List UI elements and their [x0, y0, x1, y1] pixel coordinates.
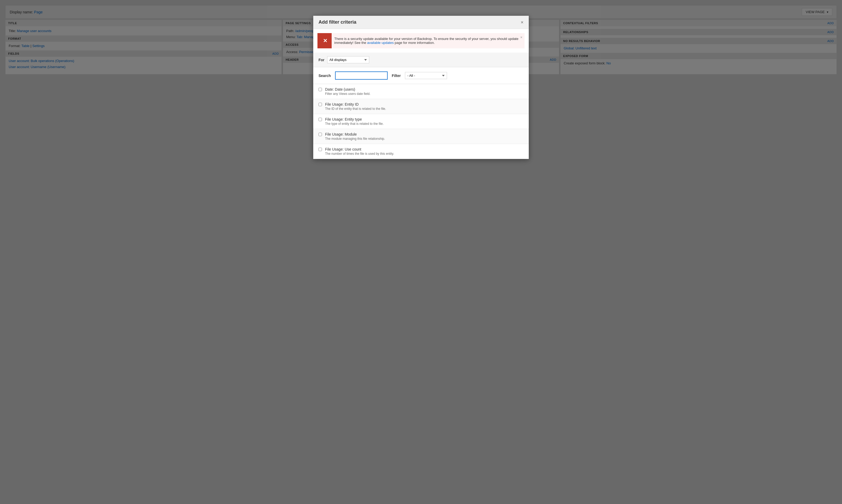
- search-filter-bar: Search Filter - All -: [313, 67, 529, 79]
- security-alert-icon: ✕: [319, 33, 332, 48]
- search-input[interactable]: [335, 71, 388, 79]
- filter-type-select[interactable]: - All -: [405, 72, 447, 79]
- modal-overlay: Add filter criteria × ✕ There is a secur…: [0, 0, 842, 79]
- modal-header: Add filter criteria ×: [313, 16, 529, 29]
- for-label: For: [319, 58, 325, 62]
- add-filter-criteria-modal: Add filter criteria × ✕ There is a secur…: [313, 16, 529, 79]
- search-label: Search: [319, 74, 331, 78]
- modal-close-button[interactable]: ×: [521, 20, 523, 25]
- available-updates-link[interactable]: available updates: [367, 41, 394, 45]
- modal-body: ✕ There is a security update available f…: [313, 29, 529, 79]
- filter-label: Filter: [392, 74, 401, 78]
- modal-title: Add filter criteria: [319, 19, 356, 25]
- filter-for-section: For All displays: [313, 53, 529, 67]
- for-select[interactable]: All displays: [327, 56, 369, 63]
- security-alert: ✕ There is a security update available f…: [318, 33, 524, 48]
- security-alert-text: There is a security update available for…: [334, 37, 521, 45]
- security-alert-after: page for more information.: [394, 41, 435, 45]
- security-alert-close-button[interactable]: ×: [520, 35, 522, 39]
